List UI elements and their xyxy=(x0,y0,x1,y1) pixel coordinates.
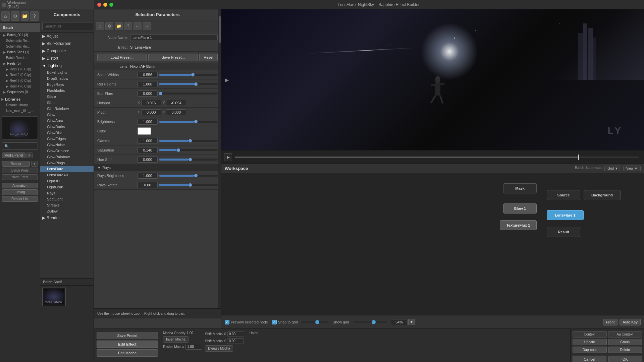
comp-light3d[interactable]: Light3D xyxy=(40,178,94,184)
close-button[interactable] xyxy=(97,3,101,7)
node-lensflare1[interactable]: LensFlare 1 xyxy=(547,210,584,220)
tree-schematic-2[interactable]: Schematic Re... xyxy=(4,44,40,49)
gamma-input[interactable] xyxy=(138,138,158,144)
panel-settings-btn[interactable]: ⚙ xyxy=(26,153,33,158)
hue-shift-input[interactable] xyxy=(138,157,158,163)
tree-reels[interactable]: ▶ Reels (5) xyxy=(0,61,40,66)
rel-heights-input[interactable] xyxy=(138,81,158,87)
auto-key-btn[interactable]: Auto Key xyxy=(620,319,641,325)
comp-glowaura[interactable]: GlowAura xyxy=(40,118,94,124)
tree-kolo-library[interactable]: kolo_main_film_... xyxy=(4,108,40,114)
toolbar-folder-btn[interactable]: 📁 xyxy=(21,11,29,21)
category-lighting[interactable]: ▼ Lighting xyxy=(40,62,94,69)
render-list-tab[interactable]: Render List xyxy=(2,196,38,202)
tree-default-library[interactable]: Default Library xyxy=(4,102,40,108)
comp-gloworthicon[interactable]: GlowOrthicon xyxy=(40,148,94,154)
comp-spotlight[interactable]: SpotLight xyxy=(40,196,94,202)
comp-lightleak[interactable]: LightLeak xyxy=(40,184,94,190)
tree-batch-001[interactable]: ▶ Batch_001 (3) xyxy=(0,32,40,38)
tree-reel-3[interactable]: ▶ Reel 3 (0 Clip) xyxy=(4,78,40,83)
brightness-slider[interactable] xyxy=(159,121,218,123)
hotspot-x-input[interactable] xyxy=(141,100,161,106)
category-composite[interactable]: ▶ Composite xyxy=(40,47,94,55)
node-result[interactable]: Result xyxy=(547,227,580,237)
zoom-thumb-2[interactable] xyxy=(372,320,376,324)
category-render[interactable]: ▶ Render xyxy=(40,214,94,222)
comp-streaks[interactable]: Streaks xyxy=(40,202,94,208)
rel-heights-slider[interactable] xyxy=(159,83,218,85)
hotspot-y-input[interactable] xyxy=(166,100,186,106)
reset-btn[interactable]: Reset xyxy=(199,54,218,61)
load-preset-btn[interactable]: Load Preset... xyxy=(97,54,147,61)
save-preset-btn[interactable]: Save Preset... xyxy=(148,54,198,61)
invert-mocha-btn[interactable]: Invert Mocha xyxy=(163,336,189,343)
shift-y-input[interactable] xyxy=(227,338,244,344)
blur-flare-slider[interactable] xyxy=(159,93,218,95)
toolbar-help-btn[interactable]: ? xyxy=(30,11,39,21)
hue-shift-slider[interactable] xyxy=(159,159,218,161)
grid-dropdown[interactable]: Grid ▼ xyxy=(604,166,621,171)
left-search-input[interactable]: 🔍 xyxy=(2,142,38,150)
timeline-play-btn[interactable]: ▶ xyxy=(224,153,232,161)
sel-toolbar-btn-1[interactable]: ⌂ xyxy=(96,22,104,30)
batch-item[interactable]: Batch xyxy=(0,23,40,32)
duplicate-btn[interactable]: Duplicate xyxy=(573,347,607,353)
node-background[interactable]: Background xyxy=(584,190,621,200)
group-btn[interactable]: Group xyxy=(608,339,642,345)
rays-rotate-input[interactable] xyxy=(138,182,158,188)
saturation-input[interactable] xyxy=(138,147,158,153)
zoom-track-2[interactable] xyxy=(353,321,387,323)
node-textureflux[interactable]: TextureFlux 1 xyxy=(500,220,537,230)
comp-glownoise[interactable]: GlowNoise xyxy=(40,142,94,148)
zoom-track[interactable] xyxy=(302,321,329,323)
tree-batch-shelf[interactable]: ▶ Batch Shelf (1) xyxy=(0,49,40,55)
rays-rotate-slider[interactable] xyxy=(159,184,218,186)
scroll-handle[interactable] xyxy=(219,16,221,43)
update-btn[interactable]: Update xyxy=(573,339,607,345)
save-preset-bottom-btn[interactable]: Save Preset xyxy=(97,332,158,339)
sel-toolbar-fwd-btn[interactable]: → xyxy=(143,22,151,30)
gamma-slider[interactable] xyxy=(159,140,218,142)
preview-selected-label[interactable]: ✓ Preview selected node xyxy=(225,320,268,324)
rays-brightness-slider[interactable] xyxy=(159,175,218,177)
front-view-btn[interactable]: Front xyxy=(603,319,618,325)
comp-glow[interactable]: Glow xyxy=(40,112,94,118)
tree-reel-1[interactable]: ▶ Reel 1 (0 Clip) xyxy=(4,66,40,72)
saturation-slider[interactable] xyxy=(159,149,218,151)
comp-glowdarks[interactable]: GlowDarks xyxy=(40,124,94,130)
node-mask[interactable]: Mask xyxy=(503,183,537,193)
render-dropdown[interactable]: ▼ xyxy=(31,161,38,167)
rays-brightness-input[interactable] xyxy=(138,173,158,179)
scroll-track[interactable] xyxy=(218,9,221,318)
bypass-mocha-btn[interactable]: Bypass Mocha xyxy=(205,345,233,352)
comp-glare[interactable]: Glare xyxy=(40,94,94,100)
snap-to-grid-checkbox[interactable]: ✓ xyxy=(272,320,277,324)
node-source[interactable]: Source xyxy=(547,190,580,200)
comp-glint[interactable]: Glint xyxy=(40,100,94,106)
delete-btn[interactable]: Delete xyxy=(608,347,642,353)
node-prefs-btn[interactable]: Node Prefs xyxy=(2,174,38,180)
library-thumbnail[interactable]: kolo_m...6x9_1 xyxy=(2,116,38,140)
minimize-button[interactable] xyxy=(103,3,107,7)
shift-x-input[interactable] xyxy=(227,331,244,337)
comp-glowdist[interactable]: GlowDist xyxy=(40,130,94,136)
comp-glowrainbow[interactable]: GlowRainbow xyxy=(40,154,94,160)
timeline-track[interactable] xyxy=(235,157,639,158)
batch-shelf-item-1[interactable]: 09861...01080 xyxy=(42,288,66,306)
animation-tab[interactable]: Animation xyxy=(2,183,38,188)
toolbar-settings-btn[interactable]: ⚙ xyxy=(11,11,19,21)
zoom-thumb[interactable] xyxy=(315,320,319,324)
category-distort[interactable]: ▶ Distort xyxy=(40,55,94,62)
tree-batch-render[interactable]: Batch Rende... xyxy=(4,55,40,61)
cancel-btn[interactable]: Cancel xyxy=(573,356,606,362)
view-dropdown[interactable]: View ▼ xyxy=(623,166,641,171)
node-name-input[interactable] xyxy=(130,34,218,41)
category-blur[interactable]: ▶ Blur+Sharpen xyxy=(40,40,94,47)
zoom-dropdown[interactable]: ▼ xyxy=(408,319,415,325)
comp-dropshadow[interactable]: DropShadow xyxy=(40,75,94,81)
media-panel-tab[interactable]: Media Panel xyxy=(2,153,25,158)
rays-section-header[interactable]: ▼ Rays xyxy=(94,164,221,171)
search-input[interactable] xyxy=(42,22,93,30)
batch-prefs-btn[interactable]: Batch Prefs xyxy=(2,168,38,173)
comp-edgerays[interactable]: EdgeRays xyxy=(40,81,94,87)
